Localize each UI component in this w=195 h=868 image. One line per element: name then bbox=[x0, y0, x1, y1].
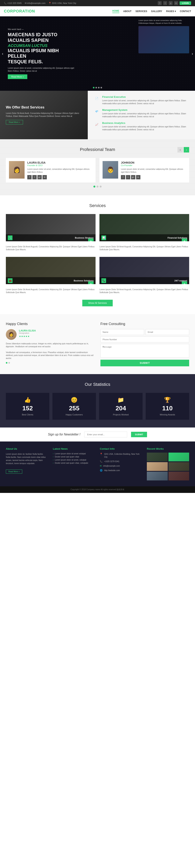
nav-contact[interactable]: CONTACT bbox=[180, 10, 191, 13]
analytics-icon: 📈 bbox=[93, 122, 100, 128]
nav-home[interactable]: HOME bbox=[112, 9, 119, 13]
analytics-title: Business Analytics bbox=[102, 122, 189, 124]
stat-card-clients: 👍 152 Best Clients bbox=[6, 393, 49, 420]
service-card-text-business: Lorem Ipsum Dolor Sit Amet Augusiti, Con… bbox=[6, 284, 95, 296]
newsletter-email-input[interactable] bbox=[84, 432, 127, 437]
map-pin-icon: 📍 bbox=[100, 453, 103, 455]
team-card-laura: 👩 LAURA ELISA Founder & CEO Lorem ipsum … bbox=[6, 158, 95, 183]
hero-computer-image bbox=[138, 26, 189, 53]
hero-read-more-button[interactable]: Read More » bbox=[8, 74, 27, 79]
team-dot-1[interactable] bbox=[93, 186, 95, 188]
team-role-laura: Founder & CEO bbox=[27, 164, 92, 166]
laura-linkedin-icon[interactable]: in bbox=[43, 175, 47, 179]
service-card-plus-strategy[interactable]: + bbox=[88, 239, 93, 241]
hero-title-line1: MAECENAS ID JUSTO bbox=[8, 32, 76, 38]
name-input[interactable] bbox=[101, 329, 144, 335]
laura-facebook-icon[interactable]: f bbox=[27, 175, 32, 179]
laura-gplus-icon[interactable]: g+ bbox=[37, 175, 42, 179]
stats-title: Our Statistics bbox=[6, 382, 189, 387]
hero-subtitle: We work hard — bbox=[8, 28, 76, 30]
logo: CORPORATION bbox=[4, 9, 35, 13]
services-intro-desc: Lorem Dolor Sit Amet Aveli, Consectetur … bbox=[6, 112, 82, 118]
email-input[interactable] bbox=[146, 329, 189, 335]
form-message bbox=[101, 344, 189, 360]
top-bar-right: f t p in LOGIN bbox=[158, 1, 191, 5]
hero-content: We work hard — MAECENAS ID JUSTO IACUALI… bbox=[8, 28, 76, 79]
footer-news-col: Latest News Lorem ipsum dolor sit amet v… bbox=[53, 447, 95, 480]
stat-number-projects: 204 bbox=[116, 405, 126, 412]
footer-news-item-3: Lorem ipsum dolor sit amet, volutpat bbox=[53, 459, 95, 461]
consulting-submit-button[interactable]: SUBMIT bbox=[101, 360, 189, 366]
team-dot-3[interactable] bbox=[100, 186, 102, 188]
phone-input[interactable] bbox=[101, 337, 189, 342]
hero-title-line3: IACUALIS IPSUM NIBH PELLEN bbox=[8, 48, 76, 59]
team-desc-johnson: Lorem ipsum dolor sit amet, consectetur … bbox=[121, 168, 186, 174]
team-name-johnson: JOHNSON bbox=[121, 161, 186, 164]
financial-service-icon: 📊 bbox=[102, 236, 106, 240]
johnson-twitter-icon[interactable]: t bbox=[126, 175, 130, 179]
newsletter-submit-button[interactable]: SUBMIT bbox=[131, 432, 147, 437]
team-avatar-laura: 👩 bbox=[9, 161, 25, 179]
hero-dot-4[interactable] bbox=[101, 87, 102, 88]
nav-pages[interactable]: PAGES ▾ bbox=[166, 10, 176, 13]
nav-gallery[interactable]: GALLERY bbox=[151, 10, 162, 13]
team-nav-buttons: ‹ › bbox=[177, 147, 189, 153]
footer-about-text: Lorem ipsum dolor sit, facilisin Nulla f… bbox=[6, 453, 48, 465]
team-dot-2[interactable] bbox=[96, 186, 99, 188]
team-info-laura: LAURA ELISA Founder & CEO Lorem ipsum do… bbox=[27, 161, 92, 179]
form-row-name-email bbox=[101, 329, 189, 335]
hero-next-button[interactable]: › bbox=[192, 51, 193, 56]
management-content: Management System Lorem ipsum dolor sit … bbox=[102, 108, 189, 118]
nav-services[interactable]: SERVICES bbox=[135, 10, 147, 13]
login-button[interactable]: LOGIN bbox=[179, 1, 191, 5]
footer-read-more-button[interactable]: Read More » bbox=[6, 469, 22, 474]
johnson-facebook-icon[interactable]: f bbox=[121, 175, 125, 179]
services-intro-read-more[interactable]: Read More » bbox=[6, 120, 23, 124]
hero-dot-3[interactable] bbox=[98, 87, 100, 88]
service-card-text-strategy: Lorem Ipsum Dolor Sit Amet Augusiti, Con… bbox=[6, 241, 95, 253]
client-dots bbox=[6, 362, 94, 364]
client-dot-1[interactable] bbox=[6, 362, 7, 364]
services-intro-content: We Offer Best Services Lorem Dolor Sit A… bbox=[0, 99, 88, 130]
pinterest-icon[interactable]: p bbox=[169, 1, 173, 5]
management-title: Management System bbox=[102, 108, 189, 112]
email-info: ✉ info@example.com bbox=[25, 2, 46, 4]
hero-dot-2[interactable] bbox=[95, 87, 97, 88]
recent-img-6 bbox=[168, 472, 189, 480]
team-prev-button[interactable]: ‹ bbox=[177, 147, 183, 153]
team-socials-johnson: f t g+ in bbox=[121, 175, 186, 179]
service-card-text-financial: Lorem Ipsum Dolor Sit Amet Augusiti, Con… bbox=[100, 241, 189, 253]
johnson-linkedin-icon[interactable]: in bbox=[136, 175, 140, 179]
footer-news-item-4: Dooler amet sad quam vitae, volutpate bbox=[53, 462, 95, 464]
facebook-icon[interactable]: f bbox=[158, 1, 162, 5]
service-card-plus-business[interactable]: + bbox=[88, 281, 93, 284]
stat-label-projects: Projects Worked bbox=[113, 413, 129, 416]
message-textarea[interactable] bbox=[101, 344, 189, 358]
footer-website-text: http://website.com bbox=[104, 469, 120, 472]
strategy-service-icon: 🔧 bbox=[8, 236, 12, 240]
financial-desc: Lorem ipsum dolor sit amet, consectetur … bbox=[102, 99, 189, 105]
hero-prev-button[interactable]: ‹ bbox=[2, 51, 3, 56]
hero-dot-1[interactable] bbox=[93, 87, 94, 88]
service-card-plus-support[interactable]: + bbox=[182, 281, 187, 284]
services-intro-left: We Offer Best Services Lorem Dolor Sit A… bbox=[0, 91, 88, 139]
team-avatar-johnson: 👨 bbox=[103, 161, 118, 179]
footer-contact-title: Contact Info bbox=[100, 447, 142, 450]
client-card: 👩 LAURA ELISA Designation ★★★★★ bbox=[6, 329, 94, 340]
recent-img-2 bbox=[168, 453, 189, 461]
service-card-plus-financial[interactable]: + bbox=[182, 239, 187, 241]
twitter-icon[interactable]: t bbox=[163, 1, 167, 5]
stats-grid: 👍 152 Best Clients 😊 255 Happy Customers… bbox=[6, 393, 189, 420]
nav-about[interactable]: ABOUT bbox=[123, 10, 132, 13]
linkedin-icon[interactable]: in bbox=[174, 1, 178, 5]
stat-card-awards: 🏆 110 Winning Awards bbox=[146, 393, 189, 420]
service-card-overlay-business: 💼 Business Solutions bbox=[6, 277, 95, 284]
management-icon: 💎 bbox=[93, 108, 100, 115]
johnson-gplus-icon[interactable]: g+ bbox=[131, 175, 135, 179]
show-all-services-button[interactable]: Show All Services bbox=[82, 300, 113, 306]
team-next-button[interactable]: › bbox=[184, 147, 189, 153]
email-icon: ✉ bbox=[100, 465, 102, 467]
client-dot-2[interactable] bbox=[8, 362, 10, 364]
laura-twitter-icon[interactable]: t bbox=[32, 175, 37, 179]
recent-img-3 bbox=[147, 462, 168, 471]
